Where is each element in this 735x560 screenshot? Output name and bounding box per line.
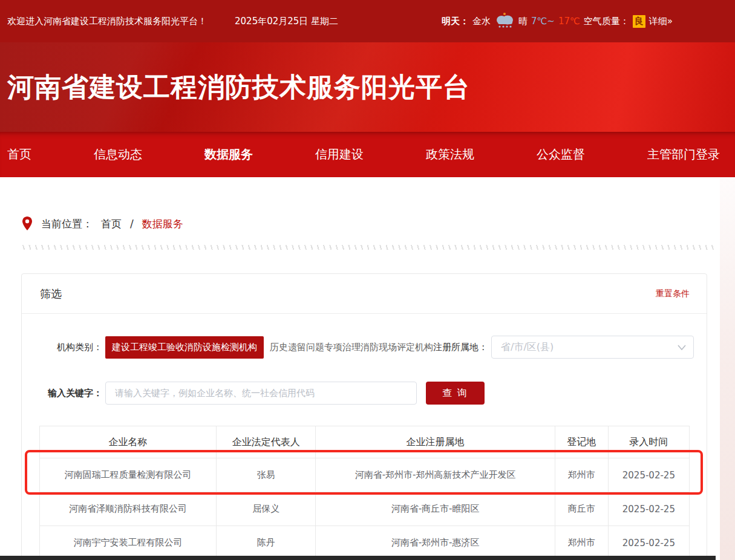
nav-item-policy[interactable]: 政策法规 — [426, 146, 474, 163]
date-text: 2025年02月25日 星期二 — [235, 16, 338, 27]
region-select[interactable]: 省/市/区(县) — [491, 336, 694, 359]
cell-legal-rep: 张易 — [217, 458, 316, 492]
table-row[interactable]: 河南省泽顺消防科技有限公司 屈保义 河南省-商丘市-睢阳区 商丘市 2025-0… — [40, 492, 690, 526]
top-utility-bar: 欢迎进入河南省建设工程消防技术服务阳光平台！ 2025年02月25日 星期二 明… — [0, 0, 735, 42]
cell-record-place: 郑州市 — [555, 526, 608, 560]
cell-company: 河南宇宁安装工程有限公司 — [40, 526, 217, 560]
temp-low: 7℃~ — [531, 16, 555, 27]
chevron-down-icon — [678, 345, 686, 350]
nav-item-credit[interactable]: 信用建设 — [315, 146, 364, 163]
breadcrumb: 当前位置： 首页 / 数据服务 — [22, 216, 735, 232]
results-table-wrap: 企业名称 企业法定代表人 企业注册属地 登记地 录入时间 河南固瑞工程质量检测有… — [39, 426, 690, 560]
weather-cloud-icon — [494, 12, 515, 30]
page-title: 河南省建设工程消防技术服务阳光平台 — [7, 70, 470, 105]
reset-filters-link[interactable]: 重置条件 — [656, 288, 690, 299]
nav-item-news[interactable]: 信息动态 — [94, 146, 142, 163]
cell-record-place: 商丘市 — [555, 492, 608, 526]
nav-item-data-service[interactable]: 数据服务 — [204, 146, 253, 163]
filter-title: 筛选 — [40, 287, 62, 301]
aqi-label: 空气质量： — [584, 16, 629, 27]
bottom-edge-bar — [0, 556, 716, 560]
table-row[interactable]: 河南宇宁安装工程有限公司 陈丹 河南省-郑州市-惠济区 郑州市 2025-02-… — [40, 526, 690, 560]
breadcrumb-current[interactable]: 数据服务 — [142, 217, 183, 231]
region-label: 注册所属地： — [433, 342, 488, 353]
filter-panel: 筛选 重置条件 机构类别： 建设工程竣工验收消防设施检测机构 历史遗留问题专项治… — [21, 273, 707, 560]
location-pin-icon — [22, 217, 33, 231]
keyword-input[interactable] — [105, 382, 417, 405]
filter-panel-header: 筛选 重置条件 — [22, 274, 707, 314]
search-button[interactable]: 查 询 — [426, 382, 485, 405]
category-filter-row: 机构类别： 建设工程竣工验收消防设施检测机构 历史遗留问题专项治理消防现场评定机… — [22, 336, 707, 359]
col-header-company: 企业名称 — [40, 426, 217, 458]
cell-legal-rep: 陈丹 — [217, 526, 316, 560]
weather-condition: 晴 — [518, 16, 528, 27]
keyword-filter-row: 输入关键字： 查 询 — [22, 382, 707, 405]
cell-registered-place: 河南省-商丘市-睢阳区 — [316, 492, 555, 526]
cell-registered-place: 河南省-郑州市-郑州高新技术产业开发区 — [316, 458, 555, 492]
cell-company: 河南固瑞工程质量检测有限公司 — [40, 458, 217, 492]
nav-item-admin-login[interactable]: 主管部门登录 — [647, 146, 720, 163]
weather-widget: 明天： 金水 晴 7℃~ 17℃ 空气质量： 良 详细» — [442, 12, 673, 30]
site-banner: 河南省建设工程消防技术服务阳光平台 — [0, 42, 735, 132]
cell-entry-date: 2025-02-25 — [608, 526, 689, 560]
category-tab-active[interactable]: 建设工程竣工验收消防设施检测机构 — [105, 336, 264, 359]
slash-pattern-divider — [21, 245, 714, 250]
col-header-legal-rep: 企业法定代表人 — [217, 426, 316, 458]
col-header-record-place: 登记地 — [555, 426, 608, 458]
nav-item-public-supervision[interactable]: 公众监督 — [537, 146, 585, 163]
cell-registered-place: 河南省-郑州市-惠济区 — [316, 526, 555, 560]
cell-company: 河南省泽顺消防科技有限公司 — [40, 492, 217, 526]
weather-district: 金水 — [472, 16, 491, 27]
temp-high: 17℃ — [558, 16, 580, 27]
cell-entry-date: 2025-02-25 — [608, 492, 689, 526]
results-table: 企业名称 企业法定代表人 企业注册属地 登记地 录入时间 河南固瑞工程质量检测有… — [39, 426, 690, 560]
right-edge-strip — [720, 177, 735, 560]
weather-detail-link[interactable]: 详细» — [649, 16, 673, 27]
breadcrumb-separator: / — [130, 218, 134, 230]
cell-entry-date: 2025-02-25 — [608, 458, 689, 492]
table-row-highlighted[interactable]: 河南固瑞工程质量检测有限公司 张易 河南省-郑州市-郑州高新技术产业开发区 郑州… — [40, 458, 690, 492]
region-filter-group: 注册所属地： 省/市/区(县) — [433, 336, 694, 359]
nav-item-home[interactable]: 首页 — [7, 146, 31, 163]
category-tab-inactive[interactable]: 历史遗留问题专项治理消防现场评定机构 — [270, 342, 433, 353]
weather-tomorrow-label: 明天： — [442, 16, 469, 27]
main-nav: 首页 信息动态 数据服务 信用建设 政策法规 公众监督 主管部门登录 — [0, 132, 735, 177]
category-label: 机构类别： — [22, 342, 102, 353]
aqi-badge: 良 — [633, 15, 645, 28]
col-header-entry-date: 录入时间 — [608, 426, 689, 458]
breadcrumb-label: 当前位置： — [41, 217, 93, 231]
cell-legal-rep: 屈保义 — [217, 492, 316, 526]
breadcrumb-home[interactable]: 首页 — [101, 217, 122, 231]
col-header-registered-place: 企业注册属地 — [316, 426, 555, 458]
keyword-label: 输入关键字： — [22, 388, 102, 399]
region-select-placeholder: 省/市/区(县) — [501, 341, 554, 354]
cell-record-place: 郑州市 — [555, 458, 608, 492]
table-header-row: 企业名称 企业法定代表人 企业注册属地 登记地 录入时间 — [40, 426, 690, 458]
welcome-text: 欢迎进入河南省建设工程消防技术服务阳光平台！ — [7, 16, 207, 27]
